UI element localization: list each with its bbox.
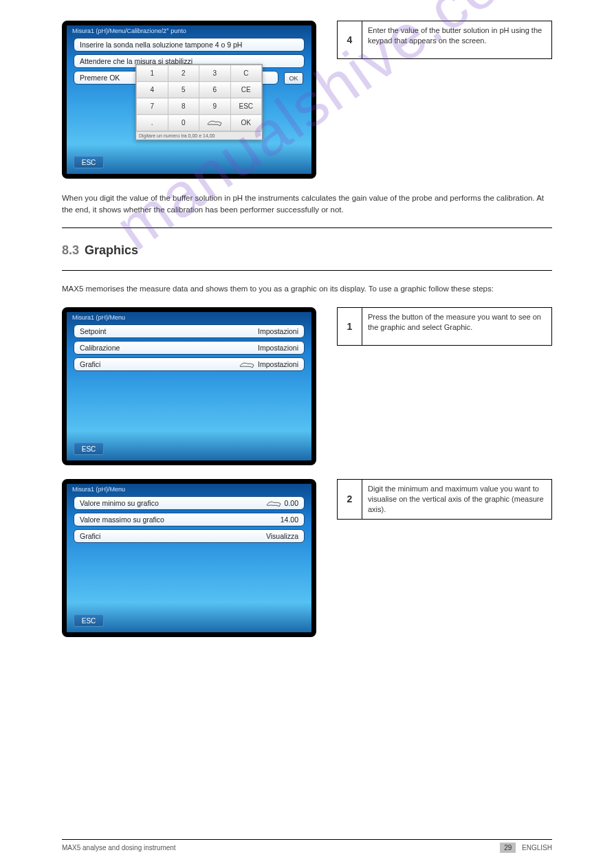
screenshot-1: Misura1 (pH)/Menu/Calibrazione/2° punto … — [62, 21, 316, 179]
paragraph-graphics-intro: MAX5 memorises the measure data and show… — [62, 283, 552, 295]
menu-item-calibration[interactable]: Calibrazione Impostazioni — [74, 341, 305, 355]
step-text: Digit the minimum and maximum value you … — [362, 480, 551, 519]
menu-label: Calibrazione — [80, 344, 120, 352]
menu-value: 0.00 — [285, 499, 298, 507]
keypad-key-9[interactable]: 9 — [199, 98, 231, 115]
instruction-text: Premere OK — [80, 74, 120, 82]
numeric-keypad: 1 2 3 C 4 5 6 CE 7 8 9 E — [135, 64, 263, 140]
menu-label: Grafici — [80, 532, 100, 540]
menu-item-graphics-view[interactable]: Grafici Visualizza — [74, 529, 305, 543]
keypad-key-c[interactable]: C — [230, 65, 262, 82]
step-text: Press the button of the measure you want… — [362, 308, 551, 345]
step-caption-2: 2 Digit the minimum and maximum value yo… — [337, 479, 552, 520]
menu-value: Impostazioni — [258, 344, 298, 352]
keypad-key-hand[interactable] — [199, 115, 231, 131]
instruction-text: Inserire la sonda nella soluzione tampon… — [80, 41, 242, 49]
screenshot-3: Misura1 (pH)/Menu Valore minimo su grafi… — [62, 479, 316, 637]
keypad-key-ok[interactable]: OK — [230, 115, 262, 131]
keypad-key-8[interactable]: 8 — [168, 98, 199, 115]
menu-item-setpoint[interactable]: Setpoint Impostazioni — [74, 324, 305, 338]
page-footer: MAX5 analyse and dosing instrument 29 EN… — [62, 839, 552, 852]
keypad-hint: Digitare un numero tra 0,00 e 14,00 — [136, 131, 262, 140]
menu-value: Impostazioni — [258, 327, 298, 335]
hand-icon — [265, 498, 282, 508]
keypad-key-1[interactable]: 1 — [137, 65, 168, 82]
section-heading: 8.3Graphics — [62, 243, 552, 258]
page-number: 29 — [500, 843, 516, 853]
keypad-key-3[interactable]: 3 — [199, 65, 231, 82]
keypad-key-4[interactable]: 4 — [137, 82, 168, 98]
screenshot-2: Misura1 (pH)/Menu Setpoint Impostazioni … — [62, 307, 316, 465]
keypad-key-0[interactable]: 0 — [168, 115, 199, 131]
section-number: 8.3 — [62, 243, 79, 257]
ok-button[interactable]: OK — [284, 72, 303, 85]
keypad-key-dot[interactable]: . — [137, 115, 168, 131]
hand-icon — [206, 118, 223, 127]
breadcrumb: Misura1 (pH)/Menu — [72, 314, 125, 321]
menu-label: Valore minimo su grafico — [80, 499, 159, 507]
section-title: Graphics — [85, 243, 138, 257]
step-number: 2 — [338, 480, 362, 519]
paragraph-calibration-note: When you digit the value of the buffer s… — [62, 192, 552, 215]
menu-item-min-value[interactable]: Valore minimo su grafico 0.00 — [74, 496, 305, 510]
step-number: 4 — [338, 21, 362, 58]
step-number: 1 — [338, 308, 362, 345]
menu-value: Impostazioni — [258, 360, 298, 368]
breadcrumb: Misura1 (pH)/Menu/Calibrazione/2° punto — [72, 27, 186, 34]
divider — [62, 270, 552, 271]
menu-label: Valore massimo su grafico — [80, 515, 164, 524]
keypad-row: 7 8 9 ESC — [137, 98, 262, 115]
esc-button[interactable]: ESC — [74, 443, 104, 455]
breadcrumb: Misura1 (pH)/Menu — [72, 486, 125, 493]
footer-product-name: MAX5 analyse and dosing instrument — [62, 844, 176, 852]
esc-button[interactable]: ESC — [74, 156, 104, 168]
step-caption-4: 4 Enter the value of the butter solution… — [337, 21, 552, 59]
keypad-row: . 0 OK — [137, 115, 262, 131]
esc-button[interactable]: ESC — [74, 614, 104, 627]
menu-label: Setpoint — [80, 327, 107, 335]
menu-label: Grafici — [80, 360, 100, 368]
menu-value: 14.00 — [281, 515, 298, 524]
menu-item-graphics[interactable]: Grafici Impostazioni — [74, 357, 305, 371]
keypad-row: 1 2 3 C — [137, 65, 262, 82]
keypad-key-esc[interactable]: ESC — [230, 98, 262, 115]
menu-value: Visualizza — [266, 532, 298, 540]
step-text: Enter the value of the butter solution i… — [362, 21, 551, 58]
keypad-row: 4 5 6 CE — [137, 82, 262, 98]
keypad-key-6[interactable]: 6 — [199, 82, 231, 98]
menu-item-max-value[interactable]: Valore massimo su grafico 14.00 — [74, 513, 305, 526]
footer-language: ENGLISH — [522, 844, 552, 852]
instruction-line-1: Inserire la sonda nella soluzione tampon… — [74, 38, 305, 52]
divider — [62, 227, 552, 228]
keypad-key-ce[interactable]: CE — [230, 82, 262, 98]
step-caption-1: 1 Press the button of the measure you wa… — [337, 307, 552, 346]
keypad-key-5[interactable]: 5 — [168, 82, 199, 98]
hand-icon — [239, 359, 255, 369]
keypad-key-2[interactable]: 2 — [168, 65, 199, 82]
keypad-key-7[interactable]: 7 — [137, 98, 168, 115]
